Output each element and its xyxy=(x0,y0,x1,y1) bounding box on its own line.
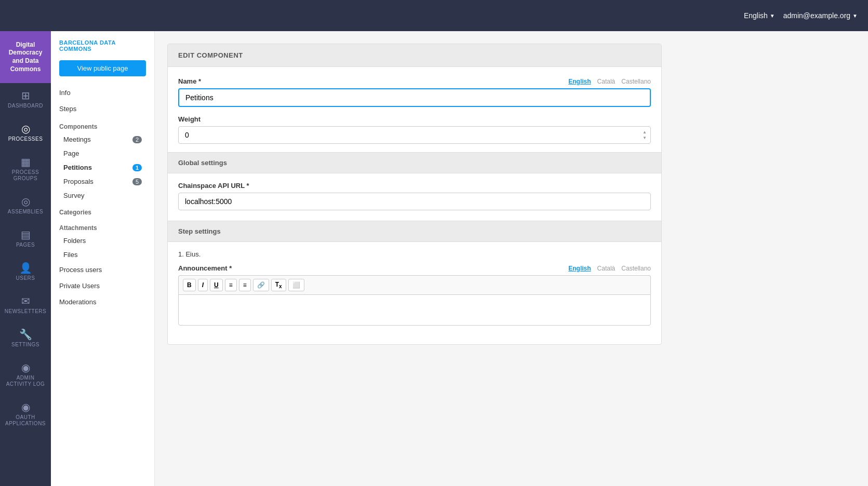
announcement-lang-english[interactable]: English xyxy=(568,265,591,272)
sidebar-item-settings[interactable]: 🔧 SETTINGS xyxy=(0,322,51,355)
sidebar-item-label: ASSEMBLIES xyxy=(8,209,43,215)
name-label-row: Name * English Català Castellano xyxy=(178,77,651,85)
weight-label: Weight xyxy=(178,115,201,123)
toolbar-underline[interactable]: U xyxy=(210,279,223,291)
chainspace-label: Chainspace API URL * xyxy=(178,182,249,190)
main-content: Edit Component Name * English Català Cas… xyxy=(155,31,868,486)
admin-activity-icon: ◉ xyxy=(21,362,30,373)
attachment-item-folders[interactable]: Folders xyxy=(51,234,154,248)
language-selector[interactable]: English ▼ xyxy=(744,11,775,20)
global-settings-body: Chainspace API URL * xyxy=(178,173,651,210)
sidebar-item-assemblies[interactable]: ◎ ASSEMBLIES xyxy=(0,189,51,222)
name-lang-tabs: English Català Castellano xyxy=(568,78,651,85)
admin-menu[interactable]: admin@example.org ▼ xyxy=(783,11,858,20)
name-label: Name * xyxy=(178,77,201,85)
rich-text-toolbar: B I U ≡ ≡ 🔗 Tx ⬜ xyxy=(178,275,651,294)
sidebar-item-label: USERS xyxy=(16,275,35,281)
name-form-group: Name * English Català Castellano xyxy=(178,77,651,107)
processes-icon: ◎ xyxy=(21,124,30,134)
component-item-survey[interactable]: Survey xyxy=(51,188,154,203)
weight-form-group: Weight ▲ ▼ xyxy=(178,115,651,144)
announcement-lang-castellano[interactable]: Castellano xyxy=(621,265,651,272)
toolbar-ordered-list[interactable]: ≡ xyxy=(225,279,237,291)
component-label: Survey xyxy=(63,192,84,199)
chainspace-api-url-input[interactable] xyxy=(178,193,651,210)
sidebar-item-dashboard[interactable]: ⊞ DASHBOARD xyxy=(0,83,51,116)
announcement-label-row: Announcement * English Català Castellano xyxy=(178,264,651,272)
component-item-petitions[interactable]: Petitions 1 xyxy=(51,160,154,174)
component-label: Petitions xyxy=(63,164,92,171)
toolbar-embed[interactable]: ⬜ xyxy=(288,279,304,291)
announcement-lang-catala[interactable]: Català xyxy=(597,265,616,272)
nav-item-steps[interactable]: Steps xyxy=(51,101,154,117)
component-label: Meetings xyxy=(63,136,91,143)
nav-item-info[interactable]: Info xyxy=(51,85,154,101)
newsletters-icon: ✉ xyxy=(21,296,30,306)
component-item-page[interactable]: Page xyxy=(51,146,154,160)
language-label: English xyxy=(744,11,768,20)
lang-tab-castellano[interactable]: Castellano xyxy=(621,78,651,85)
sidebar-item-label: PROCESS GROUPS xyxy=(4,169,47,182)
toolbar-italic[interactable]: I xyxy=(198,279,208,291)
view-public-page-button[interactable]: View public page xyxy=(59,60,146,76)
attachment-item-files[interactable]: Files xyxy=(51,248,154,262)
org-name: BARCELONA DATA COMMONS xyxy=(51,31,154,56)
sidebar-item-newsletters[interactable]: ✉ NEWSLETTERS xyxy=(0,289,51,322)
toolbar-bold[interactable]: B xyxy=(183,279,196,291)
toolbar-clear-format[interactable]: Tx xyxy=(271,279,286,291)
edit-component-panel: Edit Component Name * English Català Cas… xyxy=(167,44,662,345)
decrement-icon[interactable]: ▼ xyxy=(643,136,647,140)
meetings-badge: 2 xyxy=(132,136,142,143)
process-groups-icon: ▦ xyxy=(21,157,31,167)
toolbar-unordered-list[interactable]: ≡ xyxy=(239,279,251,291)
sidebar-logo: Digital Democracy and Data Commons xyxy=(0,31,51,83)
announcement-lang-tabs: English Català Castellano xyxy=(568,265,651,272)
nav-item-private-users[interactable]: Private Users xyxy=(51,278,154,294)
users-icon: 👤 xyxy=(19,263,32,273)
categories-section-label: Categories xyxy=(51,203,154,218)
sidebar-item-admin-activity-log[interactable]: ◉ ADMIN ACTIVITY LOG xyxy=(0,355,51,395)
component-item-meetings[interactable]: Meetings 2 xyxy=(51,132,154,146)
name-input[interactable] xyxy=(178,88,651,107)
attachment-label: Files xyxy=(63,251,77,259)
sidebar-item-processes[interactable]: ◎ PROCESSES xyxy=(0,116,51,150)
weight-stepper[interactable]: ▲ ▼ xyxy=(643,130,647,140)
top-header: English ▼ admin@example.org ▼ xyxy=(0,0,868,31)
chainspace-form-group: Chainspace API URL * xyxy=(178,182,651,210)
content-inner: Edit Component Name * English Català Cas… xyxy=(155,31,674,357)
sidebar-item-users[interactable]: 👤 USERS xyxy=(0,255,51,289)
sidebar-item-label: PROCESSES xyxy=(8,136,43,142)
weight-label-row: Weight xyxy=(178,115,651,123)
global-settings-title: Global settings xyxy=(168,152,661,173)
announcement-textarea[interactable] xyxy=(178,294,651,326)
admin-email-label: admin@example.org xyxy=(783,11,850,20)
header-right: English ▼ admin@example.org ▼ xyxy=(744,11,858,20)
component-item-proposals[interactable]: Proposals 5 xyxy=(51,174,154,188)
oauth-icon: ◉ xyxy=(21,402,30,412)
lang-tab-english[interactable]: English xyxy=(568,78,591,85)
sidebar-item-label: NEWSLETTERS xyxy=(5,308,47,315)
proposals-badge: 5 xyxy=(132,178,142,185)
component-label: Proposals xyxy=(63,178,94,185)
increment-icon[interactable]: ▲ xyxy=(643,130,647,134)
attachments-section-label: Attachments xyxy=(51,218,154,234)
nav-item-moderations[interactable]: Moderations xyxy=(51,294,154,310)
lang-tab-catala[interactable]: Català xyxy=(597,78,616,85)
dashboard-icon: ⊞ xyxy=(21,90,30,101)
sidebar-item-label: ADMIN ACTIVITY LOG xyxy=(4,375,47,387)
components-section-label: Components xyxy=(51,117,154,132)
assemblies-icon: ◎ xyxy=(21,196,30,207)
step-label: 1. Eius. xyxy=(178,250,651,258)
nav-item-process-users[interactable]: Process users xyxy=(51,262,154,278)
sidebar-item-label: DASHBOARD xyxy=(8,103,43,109)
toolbar-link[interactable]: 🔗 xyxy=(253,279,269,291)
sidebar-item-oauth-applications[interactable]: ◉ OAUTH APPLICATIONS xyxy=(0,395,51,434)
sidebar-item-process-groups[interactable]: ▦ PROCESS GROUPS xyxy=(0,150,51,189)
sidebar-item-label: OAUTH APPLICATIONS xyxy=(4,414,47,427)
weight-input[interactable] xyxy=(178,126,651,144)
logo-text: Digital Democracy and Data Commons xyxy=(4,41,47,73)
sidebar-item-pages[interactable]: ▤ PAGES xyxy=(0,222,51,255)
second-sidebar: BARCELONA DATA COMMONS View public page … xyxy=(51,31,155,486)
edit-component-body: Name * English Català Castellano We xyxy=(168,67,661,344)
attachment-label: Folders xyxy=(63,237,86,245)
